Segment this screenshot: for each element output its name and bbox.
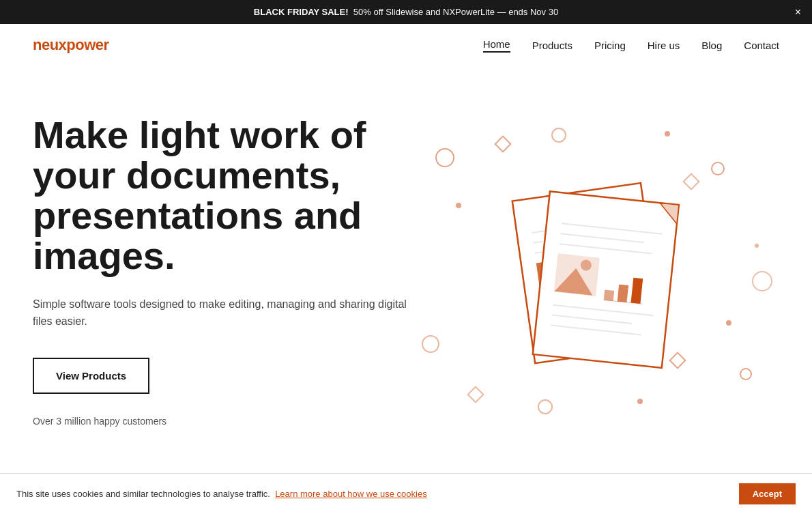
announcement-rest: 50% off Slidewise and NXPowerLite — ends…	[353, 7, 558, 17]
deco-dot-4	[637, 399, 643, 404]
header: neuxpower Home Products Pricing Hire us …	[0, 24, 812, 66]
svg-rect-10	[533, 191, 679, 368]
deco-circle-6	[538, 399, 553, 414]
nav-item-pricing[interactable]: Pricing	[594, 40, 626, 51]
deco-dot-1	[456, 203, 461, 208]
deco-dot-5	[755, 244, 759, 248]
deco-circle-1	[435, 148, 454, 167]
deco-dot-3	[726, 320, 731, 326]
announcement-text: BLACK FRIDAY SALE! 50% off Slidewise and…	[254, 7, 558, 17]
hero-subtitle: Simple software tools designed to make e…	[33, 296, 415, 330]
nav-item-contact[interactable]: Contact	[744, 40, 779, 51]
hero-section: Make light work of your documents, prese…	[0, 66, 812, 462]
logo[interactable]: neuxpower	[33, 36, 109, 54]
hero-illustration	[481, 149, 713, 384]
hero-title: Make light work of your documents, prese…	[33, 115, 415, 276]
announcement-bold: BLACK FRIDAY SALE!	[254, 7, 349, 17]
svg-rect-19	[618, 285, 629, 302]
hero-illustration-area	[415, 107, 779, 435]
nav-item-hire-us[interactable]: Hire us	[648, 40, 680, 51]
customers-text: Over 3 million happy customers	[33, 416, 415, 427]
svg-rect-18	[604, 289, 614, 300]
deco-circle-7	[752, 271, 772, 291]
nav: Home Products Pricing Hire us Blog Conta…	[483, 38, 779, 53]
deco-circle-2	[551, 128, 566, 143]
announcement-close-button[interactable]: ×	[795, 7, 801, 18]
nav-item-home[interactable]: Home	[483, 38, 510, 53]
nav-item-blog[interactable]: Blog	[701, 40, 722, 51]
deco-dot-2	[665, 131, 670, 137]
deco-diamond-4	[467, 386, 484, 403]
announcement-bar: BLACK FRIDAY SALE! 50% off Slidewise and…	[0, 0, 812, 24]
deco-circle-4	[422, 335, 439, 353]
nav-item-products[interactable]: Products	[532, 40, 572, 51]
logo-text: neuxpower	[33, 36, 109, 53]
view-products-button[interactable]: View Products	[33, 358, 149, 394]
deco-circle-3	[711, 162, 725, 175]
deco-circle-5	[740, 368, 752, 380]
hero-content: Make light work of your documents, prese…	[33, 115, 415, 426]
